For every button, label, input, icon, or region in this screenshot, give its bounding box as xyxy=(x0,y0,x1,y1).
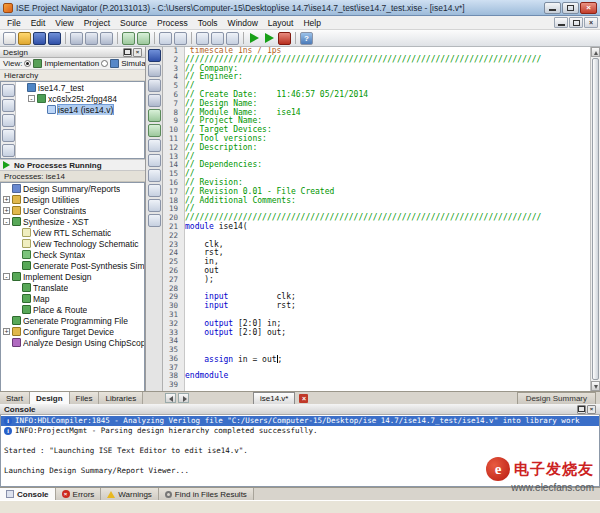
menu-source[interactable]: Source xyxy=(115,17,152,29)
menu-process[interactable]: Process xyxy=(152,17,193,29)
bookmark-icon[interactable] xyxy=(148,169,161,182)
panel-tab-files[interactable]: Files xyxy=(70,392,100,404)
add-source-icon[interactable] xyxy=(2,129,15,142)
scroll-up-icon[interactable] xyxy=(591,47,600,57)
process-item[interactable]: View Technology Schematic xyxy=(1,238,144,249)
close-icon[interactable]: × xyxy=(580,2,597,14)
scrollbar-thumb[interactable] xyxy=(592,58,599,380)
menu-layout[interactable]: Layout xyxy=(263,17,299,29)
hierarchy-item[interactable]: -xc6slx25t-2fgg484 xyxy=(16,93,144,104)
zoom-out-icon[interactable] xyxy=(148,199,161,212)
editor-scrollbar[interactable] xyxy=(590,47,600,391)
panel-tab-start[interactable]: Start xyxy=(0,392,30,404)
paste-icon[interactable] xyxy=(148,94,161,107)
open-file-icon[interactable] xyxy=(18,32,31,45)
snapshots-icon[interactable] xyxy=(2,99,15,112)
console-tab-warnings[interactable]: Warnings xyxy=(101,488,159,500)
menu-tools[interactable]: Tools xyxy=(193,17,223,29)
save-icon[interactable] xyxy=(148,49,161,62)
open-source-icon[interactable] xyxy=(2,144,15,157)
process-item[interactable]: +User Constraints xyxy=(1,205,144,216)
process-item[interactable]: View RTL Schematic xyxy=(1,227,144,238)
process-item[interactable]: -Implement Design xyxy=(1,271,144,282)
menu-view[interactable]: View xyxy=(50,17,78,29)
code-area[interactable]: 1`timescale 1ns / 1ps2//////////////////… xyxy=(163,47,590,391)
save-icon[interactable] xyxy=(33,32,46,45)
paste-icon[interactable] xyxy=(100,32,113,45)
redo-icon[interactable] xyxy=(148,124,161,137)
process-item[interactable]: Generate Programming File xyxy=(1,315,144,326)
process-item[interactable]: Design Summary/Reports xyxy=(1,183,144,194)
copy-icon[interactable] xyxy=(85,32,98,45)
save-all-icon[interactable] xyxy=(48,32,61,45)
menu-edit[interactable]: Edit xyxy=(26,17,51,29)
panel-tab-design[interactable]: Design xyxy=(30,392,70,404)
menu-help[interactable]: Help xyxy=(298,17,325,29)
hierarchy-item[interactable]: ise14 (ise14.v) xyxy=(16,104,144,115)
float-console-icon[interactable] xyxy=(577,405,586,414)
collapse-icon[interactable]: - xyxy=(3,218,10,225)
cut-icon[interactable] xyxy=(70,32,83,45)
close-tab-icon[interactable]: × xyxy=(299,394,308,403)
find-icon[interactable] xyxy=(148,139,161,152)
goto-line-icon[interactable] xyxy=(148,214,161,227)
find-icon[interactable] xyxy=(159,32,172,45)
expand-icon[interactable]: + xyxy=(3,328,10,335)
run-process-icon[interactable] xyxy=(3,161,10,169)
process-item[interactable]: Analyze Design Using ChipScope xyxy=(1,337,144,348)
console-tab-errors[interactable]: ×Errors xyxy=(56,488,102,500)
undo-icon[interactable] xyxy=(122,32,135,45)
collapse-icon[interactable]: - xyxy=(3,273,10,280)
close-console-icon[interactable]: × xyxy=(587,405,596,414)
code-editor[interactable]: 1`timescale 1ns / 1ps2//////////////////… xyxy=(163,47,600,391)
process-item[interactable]: Map xyxy=(1,293,144,304)
menu-window[interactable]: Window xyxy=(223,17,263,29)
new-window-icon[interactable] xyxy=(196,32,209,45)
redo-icon[interactable] xyxy=(137,32,150,45)
tile-windows-icon[interactable] xyxy=(226,32,239,45)
simulation-radio[interactable] xyxy=(101,60,108,67)
find-next-icon[interactable] xyxy=(148,154,161,167)
child-restore-icon[interactable] xyxy=(569,17,583,28)
process-item[interactable]: Check Syntax xyxy=(1,249,144,260)
rerun-icon[interactable] xyxy=(265,33,274,43)
tab-design-summary[interactable]: Design Summary xyxy=(517,392,596,404)
child-close-icon[interactable]: × xyxy=(584,17,598,28)
menu-project[interactable]: Project xyxy=(79,17,115,29)
process-item[interactable]: +Configure Target Device xyxy=(1,326,144,337)
expand-icon[interactable]: + xyxy=(3,196,10,203)
tab-scroll-left-icon[interactable] xyxy=(165,393,176,403)
stop-icon[interactable] xyxy=(278,32,291,45)
scroll-down-icon[interactable] xyxy=(591,381,600,391)
process-item[interactable]: Place & Route xyxy=(1,304,144,315)
minimize-icon[interactable] xyxy=(544,2,561,14)
process-item[interactable]: Generate Post-Synthesis Simulation Model xyxy=(1,260,144,271)
collapse-icon[interactable]: - xyxy=(28,95,35,102)
tab-scroll-right-icon[interactable] xyxy=(178,393,189,403)
float-panel-icon[interactable] xyxy=(123,48,132,57)
cascade-windows-icon[interactable] xyxy=(211,32,224,45)
zoom-in-icon[interactable] xyxy=(148,184,161,197)
expand-icon[interactable]: + xyxy=(3,207,10,214)
process-item[interactable]: +Design Utilities xyxy=(1,194,144,205)
maximize-icon[interactable] xyxy=(562,2,579,14)
copy-icon[interactable] xyxy=(148,79,161,92)
undo-icon[interactable] xyxy=(148,109,161,122)
menu-file[interactable]: File xyxy=(2,17,26,29)
editor-tab-ise14[interactable]: ise14.v* xyxy=(253,392,295,404)
help-icon[interactable]: ? xyxy=(300,32,313,45)
run-icon[interactable] xyxy=(250,33,259,43)
process-item[interactable]: -Synthesize - XST xyxy=(1,216,144,227)
console-tab-console[interactable]: Console xyxy=(0,488,56,500)
close-panel-icon[interactable]: × xyxy=(133,48,142,57)
libraries-icon[interactable] xyxy=(2,114,15,127)
new-file-icon[interactable] xyxy=(3,32,16,45)
implementation-radio[interactable] xyxy=(24,60,31,67)
find-in-files-icon[interactable] xyxy=(174,32,187,45)
hierarchy-item[interactable]: ise14.7_test xyxy=(16,82,144,93)
cut-icon[interactable] xyxy=(148,64,161,77)
child-minimize-icon[interactable] xyxy=(554,17,568,28)
console-tab-find-in-files-results[interactable]: Find in Files Results xyxy=(159,488,254,500)
process-item[interactable]: Translate xyxy=(1,282,144,293)
panel-tab-libraries[interactable]: Libraries xyxy=(99,392,143,404)
